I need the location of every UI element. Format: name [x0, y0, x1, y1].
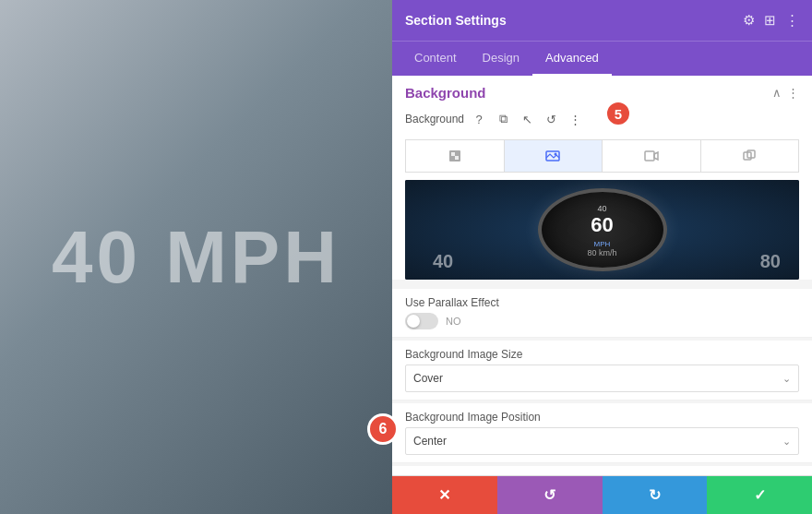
panel-title: Section Settings: [405, 13, 507, 28]
image-position-select[interactable]: Center ⌄: [405, 427, 799, 455]
duplicate-icon[interactable]: ⧉: [494, 110, 512, 128]
image-size-section: Background Image Size Cover ⌄: [392, 341, 812, 400]
header-more-icon[interactable]: ⋮: [785, 12, 799, 29]
panel-header-actions: ⚙ ⊞ ⋮: [743, 12, 799, 29]
columns-icon[interactable]: ⊞: [764, 12, 776, 29]
background-section: Background ∧ ⋮ Background ? ⧉ ↖ ↺ ⋮: [392, 76, 812, 280]
save-icon: ✓: [754, 486, 766, 504]
save-button[interactable]: ✓: [707, 476, 812, 514]
background-preview-image[interactable]: 40 60 MPH 80 km/h 80 40: [405, 180, 799, 280]
background-title: Background: [405, 85, 486, 101]
step-badge-5: 5: [604, 100, 632, 127]
parallax-label-row: Use Parallax Effect: [405, 296, 799, 309]
parallax-toggle-row: NO: [405, 313, 799, 329]
image-position-chevron: ⌄: [782, 436, 791, 448]
slideshow-icon: [742, 149, 757, 163]
color-swatch-icon: [448, 149, 462, 163]
page-background: 40 MPH: [0, 0, 392, 514]
step-badge-6: 6: [367, 413, 399, 445]
svg-rect-1: [451, 152, 455, 156]
redo-icon: ↻: [649, 486, 661, 504]
type-slideshow-btn[interactable]: [701, 140, 799, 172]
tab-advanced[interactable]: Advanced: [532, 42, 612, 76]
section-more-icon[interactable]: ⋮: [787, 86, 799, 100]
video-icon: [644, 149, 659, 163]
parallax-section: Use Parallax Effect NO: [392, 289, 812, 338]
image-repeat-section: Background Image Repeat ? ⋮ No Repeat ⌄: [392, 466, 812, 475]
reset-icon: ↺: [543, 486, 555, 504]
image-icon: [545, 149, 560, 163]
background-label: Background: [405, 113, 464, 126]
pointer-icon[interactable]: ↖: [518, 110, 536, 128]
background-section-header: Background ∧ ⋮: [392, 76, 812, 106]
image-size-chevron: ⌄: [782, 373, 791, 385]
background-type-selector: [405, 139, 799, 173]
collapse-icon[interactable]: ∧: [772, 86, 782, 100]
image-size-label: Background Image Size: [405, 348, 522, 361]
type-color-btn[interactable]: [406, 140, 505, 172]
reset-button[interactable]: ↺: [497, 476, 603, 514]
panel-header: Section Settings ⚙ ⊞ ⋮: [392, 0, 812, 41]
parallax-toggle[interactable]: [405, 313, 438, 329]
background-section-actions: ∧ ⋮: [772, 86, 799, 100]
svg-rect-5: [645, 151, 654, 161]
help-icon[interactable]: ?: [470, 110, 488, 128]
parallax-label: Use Parallax Effect: [405, 296, 499, 309]
parallax-toggle-no-label: NO: [446, 316, 461, 327]
svg-rect-2: [455, 156, 459, 160]
speedometer-graphic: 40 60 MPH 80 km/h: [538, 188, 667, 271]
settings-icon[interactable]: ⚙: [743, 12, 755, 29]
tab-design[interactable]: Design: [470, 42, 532, 76]
toggle-knob: [407, 315, 420, 328]
image-position-label: Background Image Position: [405, 411, 541, 424]
image-size-select[interactable]: Cover ⌄: [405, 365, 799, 392]
image-position-section: Background Image Position Center ⌄: [392, 403, 812, 463]
image-position-value: Center: [413, 435, 782, 448]
type-video-btn[interactable]: [603, 140, 701, 172]
tab-content[interactable]: Content: [401, 42, 470, 76]
image-size-value: Cover: [413, 372, 782, 385]
controls-more-icon[interactable]: ⋮: [566, 110, 584, 128]
redo-button[interactable]: ↻: [603, 476, 708, 514]
type-image-btn[interactable]: [505, 140, 603, 172]
cancel-icon: ✕: [438, 486, 450, 504]
panel-content: Background ∧ ⋮ Background ? ⧉ ↖ ↺ ⋮: [392, 76, 812, 475]
section-settings-panel: Section Settings ⚙ ⊞ ⋮ Content Design Ad…: [392, 0, 812, 514]
background-controls-row: Background ? ⧉ ↖ ↺ ⋮: [392, 106, 812, 136]
reset-control-icon[interactable]: ↺: [542, 110, 560, 128]
page-bg-number: 40 MPH: [52, 215, 340, 300]
svg-point-4: [555, 153, 557, 156]
panel-tabs: Content Design Advanced: [392, 41, 812, 76]
cancel-button[interactable]: ✕: [392, 476, 497, 514]
panel-footer: ✕ ↺ ↻ ✓: [392, 475, 812, 514]
